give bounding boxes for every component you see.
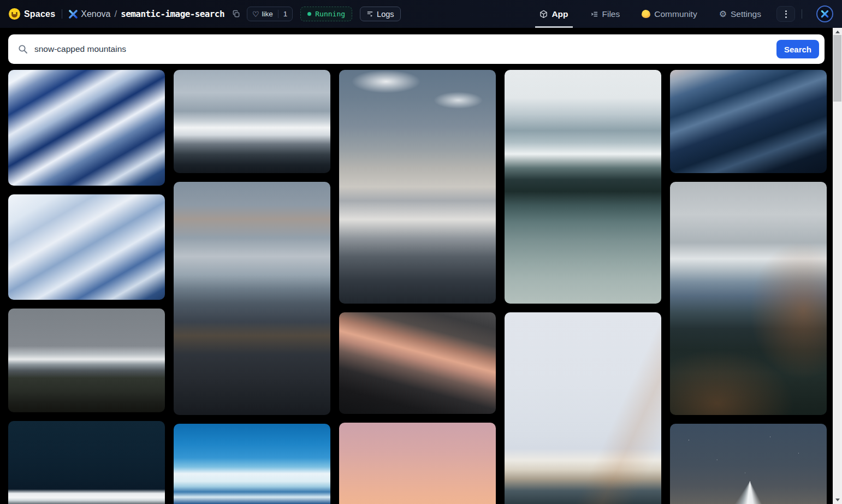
arrow-up-icon [835, 31, 840, 33]
search-magnifier-icon [18, 44, 28, 54]
huggingface-brand[interactable]: Spaces [9, 8, 55, 20]
result-image-alpenglow-summit-dusk[interactable] [339, 312, 496, 414]
like-count[interactable]: 1 [278, 10, 293, 18]
grid-column [8, 70, 165, 504]
huggingface-logo-icon [9, 8, 20, 20]
top-navbar: Spaces Xenova / semantic-image-search ♡l… [0, 0, 842, 28]
running-dot-icon [307, 12, 311, 16]
tab-app[interactable]: App [538, 0, 569, 28]
result-image-starry-sky-snow-peak[interactable] [670, 424, 827, 504]
search-input[interactable] [34, 44, 776, 54]
scrollbar-thumb[interactable] [833, 35, 841, 102]
user-avatar[interactable] [816, 5, 833, 22]
grid-column [505, 70, 661, 504]
like-button[interactable]: ♡like 1 [247, 7, 293, 21]
result-image-pink-sunset-sky[interactable] [339, 423, 496, 504]
space-name-link[interactable]: semantic-image-search [121, 9, 224, 19]
owner-link[interactable]: Xenova [81, 9, 110, 19]
result-image-lake-mirror-reflection[interactable] [505, 70, 661, 304]
result-image-misty-peak-forest-village[interactable] [8, 309, 165, 412]
like-label: like [262, 10, 273, 18]
tab-settings-label: Settings [731, 9, 761, 19]
tab-settings[interactable]: ⚙ Settings [718, 0, 762, 28]
result-image-dolomite-spires-forest[interactable] [505, 312, 661, 504]
grid-column [339, 70, 496, 504]
vertical-scrollbar[interactable] [833, 28, 842, 504]
status-badge[interactable]: Running [300, 7, 352, 21]
spaces-label[interactable]: Spaces [24, 9, 55, 19]
heart-icon: ♡ [252, 10, 259, 18]
tab-app-label: App [552, 9, 568, 19]
x-owner-logo-icon [69, 10, 78, 19]
search-button[interactable]: Search [776, 40, 819, 58]
logs-icon [366, 10, 373, 17]
status-label: Running [315, 10, 345, 18]
breadcrumb: Xenova / semantic-image-search [69, 9, 240, 20]
divider [62, 9, 62, 19]
logs-label: Logs [377, 10, 394, 19]
kebab-menu-button[interactable] [776, 6, 795, 22]
search-bar: Search [8, 34, 825, 64]
community-blob-icon [642, 10, 650, 18]
x-avatar-logo-icon [821, 10, 829, 18]
copy-icon[interactable] [232, 10, 240, 18]
grid-column [670, 70, 827, 504]
grid-column [174, 70, 330, 504]
scroll-down-button[interactable] [833, 496, 842, 504]
tab-community-label: Community [654, 9, 697, 19]
result-image-aerial-snowfield-plateau[interactable] [8, 194, 165, 300]
image-grid [8, 70, 842, 504]
result-image-night-sky-snow-ridge[interactable] [8, 421, 165, 504]
tab-files-label: Files [602, 9, 620, 19]
result-image-craggy-peak-portrait[interactable] [174, 182, 330, 415]
kebab-menu-icon [785, 10, 787, 18]
logs-button[interactable]: Logs [360, 7, 400, 21]
tab-community[interactable]: Community [641, 0, 698, 28]
tab-files[interactable]: Files [589, 0, 621, 28]
result-image-lenticular-cloud-blue-peaks[interactable] [174, 424, 330, 504]
header-right-nav: App Files Community ⚙ Settings [519, 0, 833, 28]
result-image-dusk-layered-ridges-aerial[interactable] [670, 70, 827, 173]
result-image-snowy-ridge-cloudy-sky[interactable] [174, 70, 330, 173]
result-image-autumn-larch-snow-peaks[interactable] [670, 182, 827, 415]
breadcrumb-separator: / [115, 9, 117, 20]
gear-icon: ⚙ [719, 10, 727, 19]
result-image-aerial-deep-blue-alps[interactable] [8, 70, 165, 186]
divider [802, 9, 802, 19]
app-cube-icon [539, 10, 548, 19]
result-image-hazy-summit-portrait[interactable] [339, 70, 496, 304]
files-icon [590, 10, 598, 18]
arrow-down-icon [835, 499, 840, 501]
